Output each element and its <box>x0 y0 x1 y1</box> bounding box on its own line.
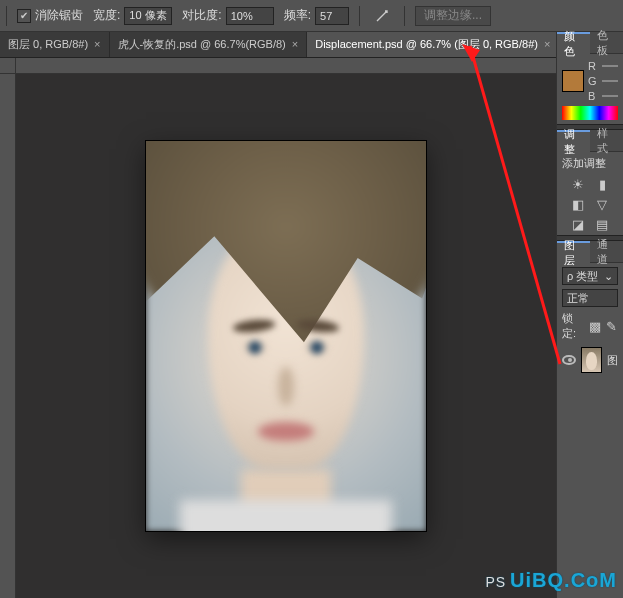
antialias-checkbox[interactable]: ✔ <box>17 9 31 23</box>
workspace <box>0 58 556 598</box>
slider-r[interactable]: R <box>588 60 618 72</box>
layer-row-0[interactable]: 图 <box>562 347 618 373</box>
frequency-input[interactable] <box>315 7 349 25</box>
options-toolbar: ✔ 消除锯齿 宽度: 对比度: 频率: 调整边缘... <box>0 0 623 32</box>
channel-label: G <box>588 75 598 87</box>
color-panel-body: R G B <box>557 54 623 124</box>
doc-tab-1[interactable]: 图层 0, RGB/8#) × <box>0 31 110 57</box>
adjustments-panel: 调整 样式 添加调整 ☀ ▮ ◧ ▽ ◪ ▤ <box>557 130 623 235</box>
levels-icon[interactable]: ▮ <box>595 177 609 191</box>
vibrance-icon[interactable]: ▽ <box>595 197 609 211</box>
blend-mode-label: 正常 <box>567 291 589 306</box>
tab-swatches[interactable]: 色板 <box>590 32 623 54</box>
foreground-swatch[interactable] <box>562 70 584 92</box>
refine-edge-button[interactable]: 调整边缘... <box>415 6 491 26</box>
panel-tabs: 图层 通道 <box>557 241 623 263</box>
frequency-option: 频率: <box>284 7 349 25</box>
ruler-origin[interactable] <box>0 58 16 74</box>
contrast-label: 对比度: <box>182 7 221 24</box>
exposure-icon[interactable]: ◧ <box>571 197 585 211</box>
right-panels: 颜色 色板 R G B 调整 样式 添加调整 ☀ ▮ <box>556 32 623 598</box>
tab-layers[interactable]: 图层 <box>557 241 590 263</box>
adjustment-icon-row: ◪ ▤ <box>571 217 609 231</box>
brightness-icon[interactable]: ☀ <box>571 177 585 191</box>
contrast-option: 对比度: <box>182 7 273 25</box>
layer-filter-select[interactable]: ρ 类型 ⌄ <box>562 267 618 285</box>
posterize-icon[interactable]: ▤ <box>595 217 609 231</box>
tab-styles[interactable]: 样式 <box>590 130 623 152</box>
antialias-option[interactable]: ✔ 消除锯齿 <box>17 7 83 24</box>
doc-tab-label: 虎人-恢复的.psd @ 66.7%(RGB/8) <box>118 37 286 52</box>
tab-color[interactable]: 颜色 <box>557 32 590 54</box>
separator <box>404 6 405 26</box>
document-tabs: 图层 0, RGB/8#) × 虎人-恢复的.psd @ 66.7%(RGB/8… <box>0 32 623 58</box>
slider-g[interactable]: G <box>588 75 618 87</box>
canvas-stage[interactable] <box>16 74 556 598</box>
invert-icon[interactable]: ◪ <box>571 217 585 231</box>
frequency-label: 频率: <box>284 7 311 24</box>
width-option: 宽度: <box>93 7 172 25</box>
adjustments-body: 添加调整 ☀ ▮ ◧ ▽ ◪ ▤ <box>557 152 623 235</box>
doc-tab-2[interactable]: 虎人-恢复的.psd @ 66.7%(RGB/8) × <box>110 31 308 57</box>
blend-mode-select[interactable]: 正常 <box>562 289 618 307</box>
contrast-input[interactable] <box>226 7 274 25</box>
color-panel: 颜色 色板 R G B <box>557 32 623 124</box>
channel-label: R <box>588 60 598 72</box>
lock-transparent-icon[interactable]: ▩ <box>589 319 601 333</box>
slider-track[interactable] <box>602 80 618 82</box>
close-icon[interactable]: × <box>292 38 298 50</box>
slider-b[interactable]: B <box>588 90 618 102</box>
filter-label: 类型 <box>576 270 598 282</box>
layer-name[interactable]: 图 <box>607 353 618 368</box>
layer-thumbnail[interactable] <box>581 347 602 373</box>
lock-row: 锁定: ▩ ✎ <box>562 311 618 341</box>
chevron-down-icon: ⌄ <box>604 270 613 283</box>
ruler-vertical[interactable] <box>0 74 16 598</box>
visibility-icon[interactable] <box>562 355 576 365</box>
adjustment-icon-row: ☀ ▮ <box>571 177 609 191</box>
canvas-image[interactable] <box>146 141 426 531</box>
layers-panel: 图层 通道 ρ 类型 ⌄ 正常 锁定: ▩ ✎ 图 <box>557 241 623 598</box>
doc-tab-label: 图层 0, RGB/8#) <box>8 37 88 52</box>
width-input[interactable] <box>124 7 172 25</box>
pen-pressure-icon[interactable] <box>370 6 394 26</box>
channel-label: B <box>588 90 598 102</box>
lock-pixels-icon[interactable]: ✎ <box>606 319 618 333</box>
panel-tabs: 调整 样式 <box>557 130 623 152</box>
spectrum-ramp[interactable] <box>562 106 618 120</box>
refine-edge-label: 调整边缘... <box>424 7 482 24</box>
layers-body: ρ 类型 ⌄ 正常 锁定: ▩ ✎ 图 <box>557 263 623 377</box>
color-sliders-row: R G B <box>562 60 618 102</box>
doc-tab-label: Displacement.psd @ 66.7% (图层 0, RGB/8#) <box>315 37 538 52</box>
slider-track[interactable] <box>602 65 618 67</box>
tab-channels[interactable]: 通道 <box>590 241 623 263</box>
tab-adjustments[interactable]: 调整 <box>557 130 590 152</box>
slider-track[interactable] <box>602 95 618 97</box>
adjustment-icon-row: ◧ ▽ <box>571 197 609 211</box>
close-icon[interactable]: × <box>94 38 100 50</box>
separator <box>6 6 7 26</box>
lock-label: 锁定: <box>562 311 584 341</box>
panel-tabs: 颜色 色板 <box>557 32 623 54</box>
add-adjustment-label: 添加调整 <box>562 156 606 171</box>
doc-tab-3[interactable]: Displacement.psd @ 66.7% (图层 0, RGB/8#) … <box>307 31 559 57</box>
rgb-sliders: R G B <box>588 60 618 102</box>
close-icon[interactable]: × <box>544 38 550 50</box>
image-content <box>180 500 393 531</box>
separator <box>359 6 360 26</box>
ruler-horizontal[interactable] <box>16 58 556 74</box>
width-label: 宽度: <box>93 7 120 24</box>
antialias-label: 消除锯齿 <box>35 7 83 24</box>
